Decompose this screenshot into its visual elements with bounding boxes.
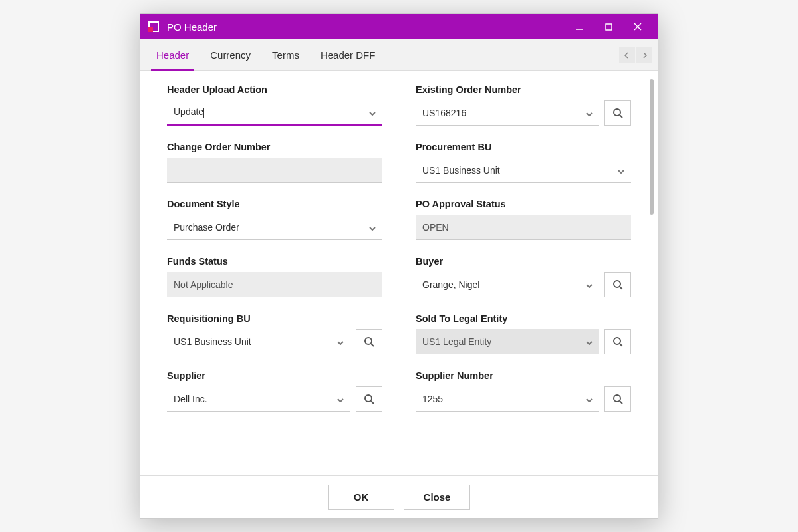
chevron-down-icon: [618, 165, 624, 176]
field-value: US168216: [422, 108, 466, 118]
content-wrap: Header Upload Action Update Existing Ord…: [140, 71, 658, 475]
text-cursor: [203, 108, 204, 118]
sold-to-legal-entity-lookup[interactable]: [604, 329, 631, 354]
field-label: Sold To Legal Entity: [416, 313, 631, 324]
field-value: Dell Inc.: [174, 394, 207, 404]
field-header-upload-action: Header Upload Action Update: [167, 84, 382, 126]
scrollbar[interactable]: [650, 79, 654, 467]
field-value: Update: [174, 106, 203, 117]
existing-order-number-select[interactable]: US168216: [416, 100, 599, 126]
chevron-down-icon: [586, 336, 593, 347]
tab-scroll-left[interactable]: [619, 47, 635, 63]
field-buyer: Buyer Grange, Nigel: [416, 256, 631, 297]
field-procurement-bu: Procurement BU US1 Business Unit: [416, 142, 631, 183]
field-supplier-number: Supplier Number 1255: [416, 370, 631, 412]
tab-scroll-right[interactable]: [636, 47, 652, 63]
svg-point-8: [365, 338, 372, 344]
field-change-order-number: Change Order Number: [167, 142, 382, 183]
ok-button[interactable]: OK: [328, 485, 394, 510]
field-value: Grange, Nigel: [422, 279, 479, 290]
svg-line-9: [371, 344, 374, 346]
window-title: PO Header: [167, 21, 565, 33]
po-approval-status-display: OPEN: [416, 215, 631, 240]
field-label: Buyer: [416, 256, 631, 267]
supplier-select[interactable]: Dell Inc.: [167, 386, 350, 412]
dialog-footer: OK Close: [140, 475, 658, 518]
close-window-button[interactable]: [623, 14, 652, 39]
chevron-down-icon: [369, 222, 376, 233]
minimize-button[interactable]: [565, 14, 594, 39]
procurement-bu-select[interactable]: US1 Business Unit: [416, 158, 631, 183]
tab-header[interactable]: Header: [146, 39, 200, 70]
field-label: Change Order Number: [167, 142, 382, 152]
window-controls: [565, 14, 652, 39]
close-button[interactable]: Close: [404, 485, 470, 510]
button-label: Close: [424, 491, 451, 503]
tabbar: Header Currency Terms Header DFF: [140, 39, 658, 71]
field-requisitioning-bu: Requisitioning BU US1 Business Unit: [167, 313, 382, 354]
svg-line-15: [620, 401, 622, 404]
buyer-lookup[interactable]: [604, 272, 631, 297]
tab-currency[interactable]: Currency: [200, 39, 261, 70]
field-label: Supplier: [167, 370, 382, 381]
existing-order-number-lookup[interactable]: [604, 100, 631, 126]
tab-scroll-nav: [619, 47, 652, 63]
tab-terms[interactable]: Terms: [261, 39, 310, 70]
change-order-number-input[interactable]: [167, 158, 382, 183]
svg-line-11: [620, 344, 622, 346]
field-funds-status: Funds Status Not Applicable: [167, 256, 382, 297]
field-value: Purchase Order: [174, 222, 239, 233]
scrollbar-thumb[interactable]: [650, 79, 654, 215]
buyer-select[interactable]: Grange, Nigel: [416, 272, 599, 297]
field-label: Document Style: [167, 199, 382, 209]
chevron-down-icon: [586, 279, 593, 290]
funds-status-display: Not Applicable: [167, 272, 382, 297]
maximize-button[interactable]: [594, 14, 623, 39]
field-sold-to-legal-entity: Sold To Legal Entity US1 Legal Entity: [416, 313, 631, 354]
field-supplier: Supplier Dell Inc.: [167, 370, 382, 412]
supplier-number-lookup[interactable]: [604, 386, 631, 412]
field-label: Header Upload Action: [167, 84, 382, 95]
requisitioning-bu-select[interactable]: US1 Business Unit: [167, 329, 350, 354]
sold-to-legal-entity-select[interactable]: US1 Legal Entity: [416, 329, 599, 354]
svg-point-6: [614, 281, 620, 287]
field-label: Existing Order Number: [416, 84, 631, 95]
field-label: Requisitioning BU: [167, 313, 382, 324]
field-label: Supplier Number: [416, 370, 631, 381]
tab-header-dff[interactable]: Header DFF: [310, 39, 386, 70]
form-grid: Header Upload Action Update Existing Ord…: [167, 84, 631, 412]
field-value: OPEN: [422, 222, 449, 233]
field-value: US1 Legal Entity: [422, 336, 491, 347]
document-style-select[interactable]: Purchase Order: [167, 215, 382, 240]
svg-point-10: [614, 338, 620, 344]
field-document-style: Document Style Purchase Order: [167, 199, 382, 240]
form-content: Header Upload Action Update Existing Ord…: [140, 71, 658, 475]
svg-rect-1: [606, 24, 612, 30]
chevron-down-icon: [337, 394, 344, 404]
chevron-down-icon: [586, 108, 593, 118]
svg-point-12: [365, 395, 372, 402]
app-icon: [148, 21, 159, 32]
field-label: Procurement BU: [416, 142, 631, 152]
requisitioning-bu-lookup[interactable]: [356, 329, 382, 354]
header-upload-action-select[interactable]: Update: [167, 100, 382, 126]
svg-line-7: [620, 287, 622, 289]
tab-label: Currency: [210, 49, 251, 61]
field-value: US1 Business Unit: [174, 336, 251, 347]
chevron-down-icon: [369, 107, 376, 118]
supplier-lookup[interactable]: [356, 386, 382, 412]
field-value: Not Applicable: [174, 279, 233, 290]
tab-label: Header: [156, 49, 189, 61]
tab-label: Header DFF: [321, 49, 376, 61]
svg-point-4: [614, 109, 620, 116]
svg-line-13: [371, 401, 374, 404]
chevron-down-icon: [337, 336, 344, 347]
chevron-down-icon: [586, 394, 593, 404]
svg-line-5: [620, 115, 622, 118]
titlebar: PO Header: [140, 14, 658, 39]
field-value: 1255: [422, 394, 443, 404]
field-label: Funds Status: [167, 256, 382, 267]
field-po-approval-status: PO Approval Status OPEN: [416, 199, 631, 240]
supplier-number-select[interactable]: 1255: [416, 386, 599, 412]
field-label: PO Approval Status: [416, 199, 631, 209]
